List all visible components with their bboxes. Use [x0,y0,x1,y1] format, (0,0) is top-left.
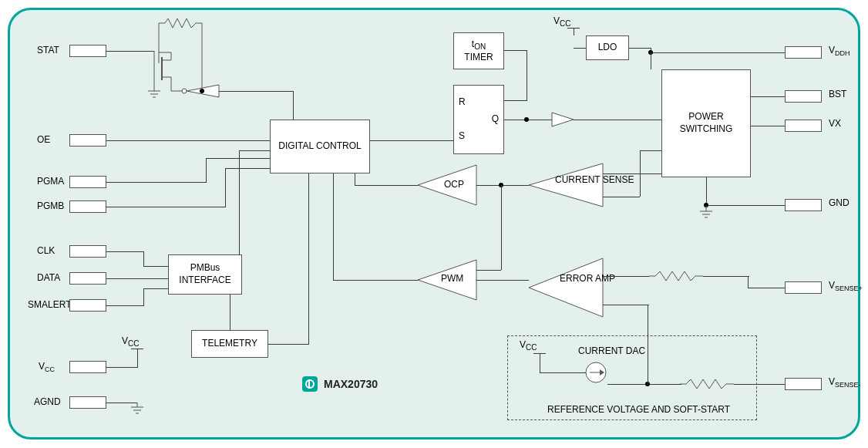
pin-label-vcc: VCC [39,361,55,373]
pin-label-bst: BST [829,89,846,99]
pin-vsensen [785,378,822,390]
pin-label-vsensen: VSENSE- [829,376,861,389]
current-source-icon [584,361,607,384]
pin-smalert [69,299,106,312]
pin-vx [785,120,822,132]
block-power-switching: POWER SWITCHING [661,69,751,177]
label-current-sense: CURRENT SENSE [555,174,601,185]
pin-label-pgmb: PGMB [37,200,64,211]
block-pmbus-interface: PMBus INTERFACE [168,254,242,295]
block-rs-flipflop: R S Q [453,85,504,154]
block-telemetry: TELEMETRY [191,330,268,358]
pin-vddh [785,46,822,59]
label-ocp: OCP [444,179,464,190]
pin-vsensep [785,281,822,294]
pin-pgmb [69,200,106,213]
mosfet-resistor-icon [143,17,220,108]
pin-pgma [69,176,106,188]
block-ton-timer: tONTIMER [453,32,504,69]
pin-vcc [69,361,106,373]
pin-label-agnd: AGND [34,396,61,407]
label-pwm: PWM [441,273,463,284]
pin-label-pgma: PGMA [37,176,64,187]
gnd-symbol-1 [698,205,714,221]
label-error-amp: ERROR AMP [560,273,603,284]
pin-oe [69,134,106,147]
resistor-2-icon [680,378,734,390]
pin-label-data: DATA [37,272,60,283]
pin-clk [69,245,106,258]
maxim-logo-icon [302,376,318,392]
buffer-icon [550,111,575,128]
pin-label-stat: STAT [37,45,59,56]
block-error-amp [527,257,604,318]
pin-stat [69,45,106,57]
pin-data [69,272,106,285]
pin-label-oe: OE [37,134,50,145]
pin-gnd [785,199,822,211]
pin-bst [785,90,822,103]
resistor-1-icon [649,270,703,282]
pin-label-vddh: VDDH [829,45,850,57]
pin-label-smalert: SMALERT [28,299,71,310]
pin-label-clk: CLK [37,245,55,256]
label-current-dac: CURRENT DAC [578,345,645,356]
label-left-vcc: VCC [122,335,139,348]
ff-q: Q [492,113,499,126]
svg-marker-7 [552,113,574,126]
pin-agnd [69,396,106,409]
pin-label-gnd: GND [829,197,849,208]
svg-point-29 [182,89,187,93]
gnd-symbol-agnd [130,403,145,418]
label-ldo-vcc: VCC [553,15,570,28]
block-ldo: LDO [586,35,629,60]
label-dac-vcc: VCC [520,339,537,352]
pin-label-vx: VX [829,118,841,129]
ff-r: R [459,96,466,109]
pin-label-vsensep: VSENSE+ [829,280,863,292]
block-digital-control: DIGITAL CONTROL [270,120,370,173]
label-ref-softstart: REFERENCE VOLTAGE AND SOFT-START [547,404,730,415]
ff-s: S [459,130,465,143]
svg-marker-3 [529,258,603,317]
part-number: MAX20730 [324,378,378,390]
